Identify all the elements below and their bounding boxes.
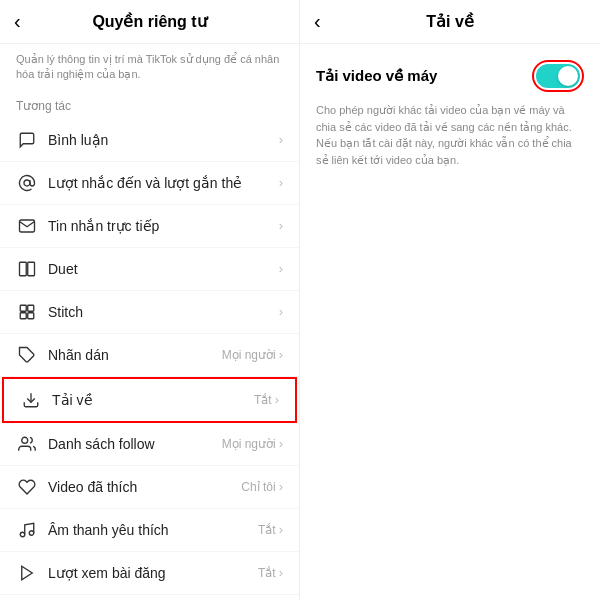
comment-icon	[16, 129, 38, 151]
danh-sach-value: Mọi người	[222, 437, 276, 451]
svg-point-10	[20, 532, 25, 537]
svg-rect-3	[20, 305, 26, 311]
menu-item-binh-luan[interactable]: Bình luận ›	[0, 119, 299, 162]
menu-item-stitch-label: Stitch	[48, 304, 279, 320]
menu-item-tin-nhan-label: Tin nhắn trực tiếp	[48, 218, 279, 234]
menu-item-stitch[interactable]: Stitch ›	[0, 291, 299, 334]
toggle-knob	[558, 66, 578, 86]
menu-item-duet-label: Duet	[48, 261, 279, 277]
follow-icon	[16, 433, 38, 455]
menu-item-am-thanh-right: Tắt ›	[258, 522, 283, 537]
chevron-icon: ›	[279, 218, 283, 233]
right-panel: ‹ Tải về Tải video về máy Cho phép người…	[300, 0, 600, 600]
menu-item-video-thich-right: Chỉ tôi ›	[241, 479, 283, 494]
menu-item-am-thanh-label: Âm thanh yêu thích	[48, 522, 258, 538]
chevron-icon: ›	[279, 175, 283, 190]
menu-item-luot-nhac[interactable]: Lượt nhắc đến và lượt gắn thẻ ›	[0, 162, 299, 205]
chevron-icon: ›	[279, 132, 283, 147]
music-icon	[16, 519, 38, 541]
menu-item-tai-ve-right: Tắt ›	[254, 392, 279, 407]
toggle-container	[532, 60, 584, 92]
mention-icon	[16, 172, 38, 194]
luot-xem-value: Tắt	[258, 566, 276, 580]
svg-point-0	[24, 180, 30, 186]
menu-item-luot-xem-label: Lượt xem bài đăng	[48, 565, 258, 581]
section-label: Tương tác	[0, 89, 299, 119]
menu-item-danh-sach-follow[interactable]: Danh sách follow Mọi người ›	[0, 423, 299, 466]
menu-item-tin-nhan-right: ›	[279, 218, 283, 233]
right-panel-title: Tải về	[426, 12, 474, 31]
play-icon	[16, 562, 38, 584]
chevron-icon: ›	[279, 479, 283, 494]
menu-item-video-thich-label: Video đã thích	[48, 479, 241, 495]
svg-rect-6	[28, 313, 34, 319]
download-icon	[20, 389, 42, 411]
right-header: ‹ Tải về	[300, 0, 600, 44]
duet-icon	[16, 258, 38, 280]
left-panel-title: Quyền riêng tư	[92, 12, 206, 31]
download-row: Tải video về máy	[316, 60, 584, 92]
left-panel: ‹ Quyền riêng tư Quản lý thông tin vị tr…	[0, 0, 300, 600]
menu-item-tai-ve-label: Tải về	[52, 392, 254, 408]
left-back-button[interactable]: ‹	[14, 10, 21, 33]
message-icon	[16, 215, 38, 237]
chevron-icon: ›	[279, 261, 283, 276]
chevron-icon: ›	[275, 392, 279, 407]
svg-rect-2	[28, 262, 35, 276]
svg-rect-5	[20, 313, 26, 319]
right-panel-content: Tải video về máy Cho phép người khác tải…	[300, 44, 600, 600]
chevron-icon: ›	[279, 347, 283, 362]
left-header: ‹ Quyền riêng tư	[0, 0, 299, 44]
menu-item-duet-right: ›	[279, 261, 283, 276]
nhan-dan-value: Mọi người	[222, 348, 276, 362]
chevron-icon: ›	[279, 522, 283, 537]
video-thich-value: Chỉ tôi	[241, 480, 275, 494]
svg-point-9	[22, 437, 28, 443]
menu-item-luot-nhac-label: Lượt nhắc đến và lượt gắn thẻ	[48, 175, 279, 191]
menu-item-nhan-dan-right: Mọi người ›	[222, 347, 283, 362]
menu-item-luot-xem-right: Tắt ›	[258, 565, 283, 580]
heart-icon	[16, 476, 38, 498]
chevron-icon: ›	[279, 565, 283, 580]
menu-item-binh-luan-label: Bình luận	[48, 132, 279, 148]
right-back-button[interactable]: ‹	[314, 10, 321, 33]
menu-item-video-da-thich[interactable]: Video đã thích Chỉ tôi ›	[0, 466, 299, 509]
chevron-icon: ›	[279, 304, 283, 319]
menu-item-so-luot-xem[interactable]: Số lượt xem hồ sơ Bật ›	[0, 595, 299, 600]
svg-rect-4	[28, 305, 34, 311]
menu-item-danh-sach-label: Danh sách follow	[48, 436, 222, 452]
am-thanh-value: Tắt	[258, 523, 276, 537]
menu-item-luot-xem[interactable]: Lượt xem bài đăng Tắt ›	[0, 552, 299, 595]
download-label: Tải video về máy	[316, 67, 532, 85]
download-toggle[interactable]	[536, 64, 580, 88]
stitch-icon	[16, 301, 38, 323]
svg-marker-12	[22, 566, 33, 580]
menu-item-danh-sach-right: Mọi người ›	[222, 436, 283, 451]
menu-item-nhan-dan-label: Nhãn dán	[48, 347, 222, 363]
download-description: Cho phép người khác tải video của bạn về…	[316, 102, 584, 168]
menu-item-am-thanh[interactable]: Âm thanh yêu thích Tắt ›	[0, 509, 299, 552]
menu-item-duet[interactable]: Duet ›	[0, 248, 299, 291]
tai-ve-value: Tắt	[254, 393, 272, 407]
menu-item-tai-ve[interactable]: Tải về Tắt ›	[2, 377, 297, 423]
menu-item-nhan-dan[interactable]: Nhãn dán Mọi người ›	[0, 334, 299, 377]
left-panel-subtitle: Quản lý thông tin vị trí mà TikTok sử dụ…	[0, 44, 299, 89]
menu-item-binh-luan-right: ›	[279, 132, 283, 147]
chevron-icon: ›	[279, 436, 283, 451]
svg-rect-1	[20, 262, 27, 276]
svg-point-11	[29, 531, 34, 536]
menu-item-tin-nhan[interactable]: Tin nhắn trực tiếp ›	[0, 205, 299, 248]
menu-item-luot-nhac-right: ›	[279, 175, 283, 190]
menu-item-stitch-right: ›	[279, 304, 283, 319]
tag-icon	[16, 344, 38, 366]
